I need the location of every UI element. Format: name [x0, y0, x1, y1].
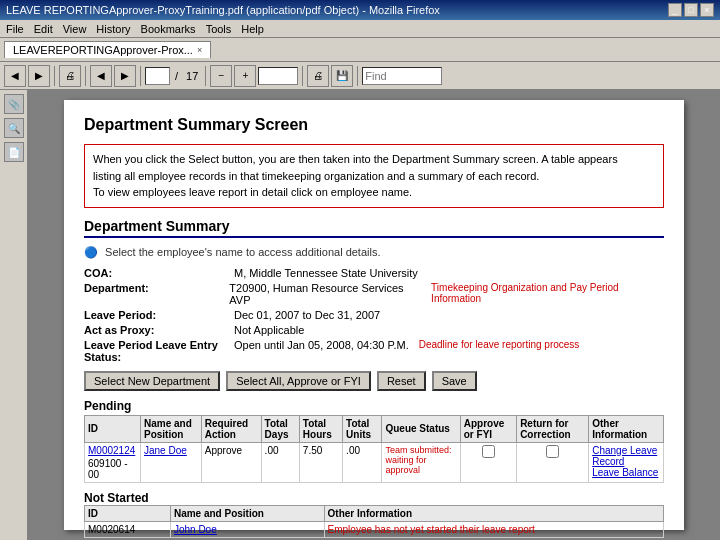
action-buttons: Select New Department Select All, Approv…: [84, 371, 664, 391]
next-page-button[interactable]: ▶: [114, 65, 136, 87]
toolbar-separator2: [85, 66, 86, 86]
menu-bar: File Edit View History Bookmarks Tools H…: [0, 20, 720, 38]
ns-row-id: M0020614: [85, 521, 171, 537]
dept-value: T20900, Human Resource Services AVP: [229, 282, 421, 306]
toolbar: ◀ ▶ 🖨 ◀ ▶ 10 / 17 − + 100% 🖨 💾: [0, 62, 720, 90]
th-id: ID: [85, 415, 141, 442]
dept-label: Department:: [84, 282, 229, 306]
field-leave-period: Leave Period: Dec 01, 2007 to Dec 31, 20…: [84, 309, 664, 321]
page-number-input[interactable]: 10: [145, 67, 170, 85]
instruction-text: 🔵 Select the employee's name to access a…: [84, 246, 664, 259]
return-checkbox[interactable]: [546, 445, 559, 458]
proxy-label: Act as Proxy:: [84, 324, 234, 336]
row-queue: Team submitted: waiting for approval: [382, 442, 460, 482]
maximize-button[interactable]: □: [684, 3, 698, 17]
field-coa: COA: M, Middle Tennessee State Universit…: [84, 267, 664, 279]
row-other: Change Leave Record Leave Balance: [589, 442, 664, 482]
page-total: 17: [186, 70, 198, 82]
fields-section: COA: M, Middle Tennessee State Universit…: [84, 267, 664, 363]
not-started-table: ID Name and Position Other Information M…: [84, 505, 664, 538]
row-name[interactable]: Jane Doe: [141, 442, 202, 482]
row-id: M0002124 609100 - 00: [85, 442, 141, 482]
prev-page-button[interactable]: ◀: [90, 65, 112, 87]
menu-file[interactable]: File: [6, 23, 24, 35]
find-input[interactable]: [362, 67, 442, 85]
th-other: Other Information: [589, 415, 664, 442]
info-line1: When you click the Select button, you ar…: [93, 153, 618, 165]
zoom-out-button[interactable]: −: [210, 65, 232, 87]
row-total-units: .00: [343, 442, 382, 482]
account-number: 609100 - 00: [88, 458, 137, 480]
page-title: Department Summary Screen: [84, 116, 664, 134]
tab-label: LEAVEREPORTINGApprover-Prox...: [13, 44, 193, 56]
ns-th-id: ID: [85, 505, 171, 521]
status-label: Leave Period Leave Entry Status:: [84, 339, 234, 363]
table-header-row: ID Name and Position Required Action Tot…: [85, 415, 664, 442]
menu-bookmarks[interactable]: Bookmarks: [141, 23, 196, 35]
th-approve: Approve or FYI: [460, 415, 516, 442]
th-total-hours: Total Hours: [299, 415, 342, 442]
print-button[interactable]: 🖨: [59, 65, 81, 87]
ns-row-name[interactable]: John Doe: [170, 521, 324, 537]
zoom-in-button[interactable]: +: [234, 65, 256, 87]
select-new-dept-button[interactable]: Select New Department: [84, 371, 220, 391]
toolbar-separator: [54, 66, 55, 86]
dept-note: Timekeeping Organization and Pay Period …: [431, 282, 664, 306]
instruction-icon: 🔵: [84, 246, 98, 258]
reset-button[interactable]: Reset: [377, 371, 426, 391]
ns-th-other: Other Information: [324, 505, 663, 521]
employee-id-link[interactable]: M0002124: [88, 445, 137, 456]
pending-label: Pending: [84, 399, 664, 413]
team-note: Team submitted: waiting for approval: [385, 445, 456, 475]
pending-table: ID Name and Position Required Action Tot…: [84, 415, 664, 483]
back-button[interactable]: ◀: [4, 65, 26, 87]
zoom-input[interactable]: 100%: [258, 67, 298, 85]
pdf-area: Department Summary Screen When you click…: [28, 90, 720, 540]
menu-edit[interactable]: Edit: [34, 23, 53, 35]
ns-th-name: Name and Position: [170, 505, 324, 521]
other-info-link2[interactable]: Leave Balance: [592, 467, 660, 478]
forward-button[interactable]: ▶: [28, 65, 50, 87]
menu-view[interactable]: View: [63, 23, 87, 35]
other-info-link1[interactable]: Change Leave Record: [592, 445, 660, 467]
toolbar-separator3: [140, 66, 141, 86]
sidebar-icon-1[interactable]: 📎: [4, 94, 24, 114]
row-total-days: .00: [261, 442, 299, 482]
sidebar-icon-3[interactable]: 📄: [4, 142, 24, 162]
sidebar: 📎 🔍 📄: [0, 90, 28, 540]
toolbar-separator6: [357, 66, 358, 86]
th-total-units: Total Units: [343, 415, 382, 442]
browser-tab[interactable]: LEAVEREPORTINGApprover-Prox... ×: [4, 41, 211, 58]
minimize-button[interactable]: _: [668, 3, 682, 17]
th-queue: Queue Status: [382, 415, 460, 442]
not-started-header-row: ID Name and Position Other Information: [85, 505, 664, 521]
menu-help[interactable]: Help: [241, 23, 264, 35]
title-bar: LEAVE REPORTINGApprover-ProxyTraining.pd…: [0, 0, 720, 20]
select-all-approve-button[interactable]: Select All, Approve or FYI: [226, 371, 371, 391]
proxy-value: Not Applicable: [234, 324, 304, 336]
row-return[interactable]: [517, 442, 589, 482]
save-pdf-button[interactable]: Save: [432, 371, 477, 391]
coa-value: M, Middle Tennessee State University: [234, 267, 418, 279]
tab-close-icon[interactable]: ×: [197, 45, 202, 55]
info-line3: To view employees leave report in detail…: [93, 186, 412, 198]
window-controls[interactable]: _ □ ×: [668, 3, 714, 17]
field-entry-status: Leave Period Leave Entry Status: Open un…: [84, 339, 664, 363]
field-department: Department: T20900, Human Resource Servi…: [84, 282, 664, 306]
not-started-row: M0020614 John Doe Employee has not yet s…: [85, 521, 664, 537]
info-line2: listing all employee records in that tim…: [93, 170, 539, 182]
coa-label: COA:: [84, 267, 234, 279]
close-button[interactable]: ×: [700, 3, 714, 17]
menu-tools[interactable]: Tools: [206, 23, 232, 35]
row-total-hours: 7.50: [299, 442, 342, 482]
save-button[interactable]: 💾: [331, 65, 353, 87]
pdf-page: Department Summary Screen When you click…: [64, 100, 684, 530]
menu-history[interactable]: History: [96, 23, 130, 35]
sidebar-icon-2[interactable]: 🔍: [4, 118, 24, 138]
toolbar-separator5: [302, 66, 303, 86]
print2-button[interactable]: 🖨: [307, 65, 329, 87]
lp-value: Dec 01, 2007 to Dec 31, 2007: [234, 309, 380, 321]
approve-checkbox[interactable]: [482, 445, 495, 458]
row-approve[interactable]: [460, 442, 516, 482]
field-proxy: Act as Proxy: Not Applicable: [84, 324, 664, 336]
